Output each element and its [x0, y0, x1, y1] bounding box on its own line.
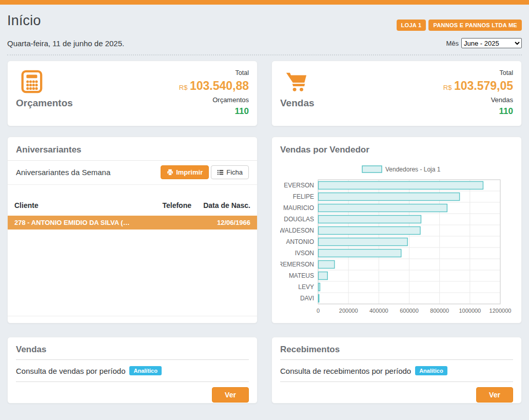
vendas-label: Vendas — [280, 98, 315, 109]
aniversariantes-table: Cliente Telefone Data de Nasc. 278 - ANT… — [8, 198, 257, 230]
table-header-row: Cliente Telefone Data de Nasc. — [8, 198, 257, 213]
svg-text:200000: 200000 — [339, 308, 358, 314]
column-header-cliente: Cliente — [14, 201, 132, 209]
orcamentos-count: 110 — [179, 106, 249, 117]
svg-text:LEVY: LEVY — [298, 283, 314, 291]
ficha-button[interactable]: Ficha — [211, 165, 249, 179]
analitico-badge: Analítico — [129, 366, 161, 375]
svg-text:Vendedores - Loja 1: Vendedores - Loja 1 — [385, 166, 441, 173]
month-label: Mês — [446, 40, 459, 47]
aniversariantes-title: Aniversariantes — [8, 137, 257, 161]
svg-text:WALDESON: WALDESON — [280, 227, 314, 234]
svg-text:DOUGLAS: DOUGLAS — [284, 216, 314, 223]
calculator-icon — [20, 70, 44, 93]
svg-text:ANTONIO: ANTONIO — [286, 238, 314, 245]
recebimentos-action-card: Recebimentos Consulta de recebimentos po… — [271, 337, 522, 404]
header-badges: LOJA 1 PANNOS E PANNOS LTDA ME — [397, 20, 522, 31]
svg-text:400000: 400000 — [369, 308, 388, 314]
vendas-count-label: Vendas — [443, 96, 513, 104]
shopping-cart-icon — [284, 70, 308, 93]
total-label: Total — [443, 69, 513, 78]
svg-text:EVERSON: EVERSON — [284, 182, 314, 189]
svg-text:DAVI: DAVI — [300, 295, 314, 302]
vendas-card-title: Vendas — [16, 337, 249, 360]
imprimir-button[interactable]: Imprimir — [161, 165, 209, 179]
column-header-data-nasc: Data de Nasc. — [191, 201, 250, 209]
month-select[interactable]: June - 2025 — [461, 38, 522, 48]
svg-text:600000: 600000 — [400, 308, 419, 314]
aniversariantes-card: Aniversariantes Aniversariantes da Seman… — [7, 137, 258, 323]
svg-text:IVSON: IVSON — [295, 250, 314, 257]
vendas-stat-card: Vendas Total R$ 103.579,05 Vendas 110 — [271, 61, 522, 126]
orcamentos-total-value: R$ 103.540,88 — [179, 79, 249, 93]
total-label: Total — [179, 69, 249, 78]
company-badge[interactable]: PANNOS E PANNOS LTDA ME — [428, 20, 522, 31]
vendas-por-vendedor-chart[interactable]: Vendedores - Loja 1020000040000060000080… — [280, 162, 512, 317]
ver-vendas-button[interactable]: Ver — [212, 387, 249, 403]
table-row[interactable]: 278 - ANTONIO EMIDIO DA SILVA (PALE... 1… — [8, 216, 257, 230]
svg-text:MATEUS: MATEUS — [289, 272, 314, 279]
printer-icon — [167, 169, 173, 176]
dashboard-page: Início LOJA 1 PANNOS E PANNOS LTDA ME Qu… — [0, 13, 529, 404]
header-separator — [7, 54, 522, 55]
recebimentos-description: Consulta de recebimentos por período — [280, 367, 411, 375]
vendas-description: Consulta de vendas por período — [16, 367, 125, 375]
vendas-action-card: Vendas Consulta de vendas por período An… — [7, 337, 258, 404]
vendas-total-value: R$ 103.579,05 — [443, 79, 513, 93]
svg-text:0: 0 — [317, 308, 320, 314]
svg-text:MAURICIO: MAURICIO — [283, 204, 314, 212]
chart-title: Vendas por Vendedor — [272, 137, 521, 160]
column-header-telefone: Telefone — [132, 201, 191, 209]
svg-text:FELIPE: FELIPE — [293, 193, 314, 200]
vendas-count: 110 — [443, 106, 513, 117]
current-date: Quarta-feira, 11 de junho de 2025. — [7, 39, 124, 48]
svg-text:1200000: 1200000 — [489, 308, 512, 314]
svg-text:800000: 800000 — [430, 308, 449, 314]
orcamentos-stat-card: Orçamentos Total R$ 103.540,88 Orçamento… — [7, 61, 258, 126]
row-data-nasc: 12/06/1966 — [191, 219, 250, 226]
card-footer — [8, 316, 257, 323]
orcamentos-label: Orçamentos — [16, 98, 73, 109]
list-icon — [217, 169, 224, 176]
row-cliente: 278 - ANTONIO EMIDIO DA SILVA (PALE... — [14, 219, 132, 226]
orcamentos-count-label: Orçamentos — [179, 96, 249, 104]
analitico-badge: Analítico — [415, 366, 447, 375]
svg-text:1000000: 1000000 — [459, 308, 481, 314]
svg-text:REMERSON: REMERSON — [280, 261, 314, 268]
top-accent-bar — [0, 0, 529, 5]
aniversariantes-subtitle: Aniversariantes da Semana — [16, 168, 110, 177]
vendas-por-vendedor-card: Vendas por Vendedor Vendedores - Loja 10… — [271, 137, 522, 323]
store-badge[interactable]: LOJA 1 — [397, 20, 426, 31]
ver-recebimentos-button[interactable]: Ver — [476, 387, 513, 403]
page-title: Início — [7, 13, 41, 29]
recebimentos-card-title: Recebimentos — [280, 337, 513, 360]
